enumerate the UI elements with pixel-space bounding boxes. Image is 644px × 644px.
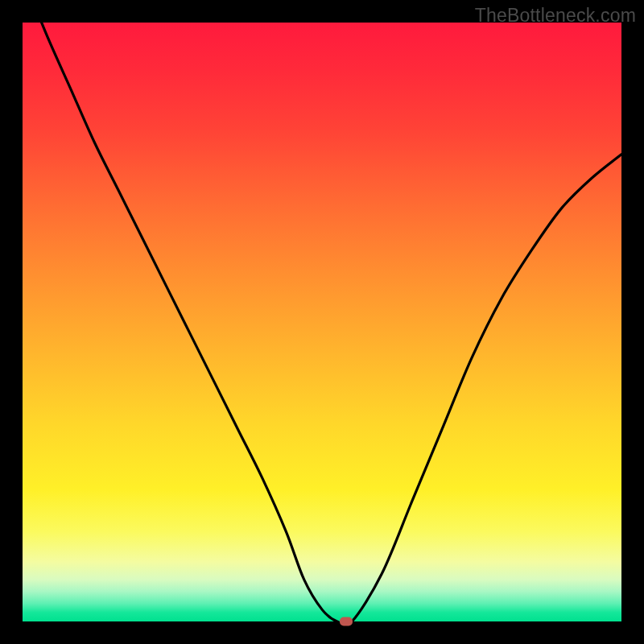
watermark-text: TheBottleneck.com — [475, 5, 636, 27]
chart-frame: TheBottleneck.com — [0, 0, 644, 644]
plot-area — [23, 23, 621, 621]
optimal-marker — [340, 617, 353, 626]
